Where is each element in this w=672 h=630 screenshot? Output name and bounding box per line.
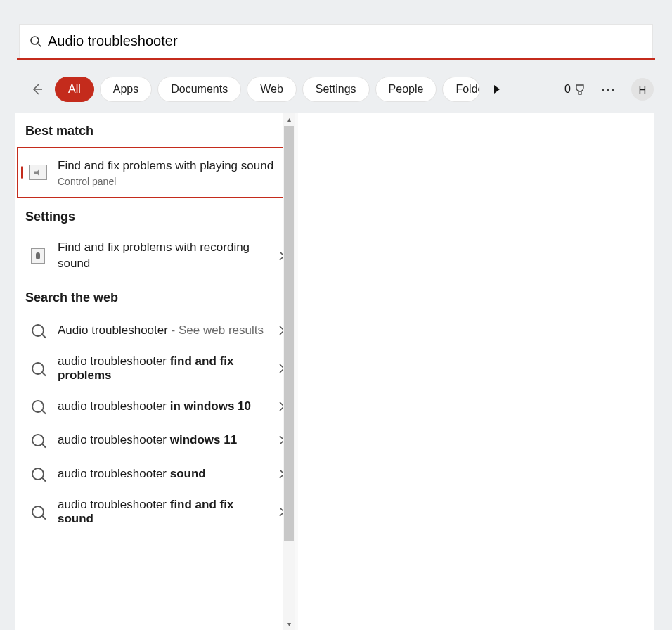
section-search-web: Search the web bbox=[15, 279, 295, 314]
tab-web[interactable]: Web bbox=[247, 77, 297, 102]
tab-folders[interactable]: Folders bbox=[442, 77, 480, 102]
tabs-more-button[interactable] bbox=[486, 77, 508, 102]
web-result[interactable]: Audio troubleshooter - See web results bbox=[15, 314, 295, 347]
best-match-result[interactable]: Find and fix problems with playing sound… bbox=[17, 147, 294, 198]
web-result-prefix: audio troubleshooter bbox=[58, 433, 170, 446]
web-result-bold: sound bbox=[170, 467, 206, 480]
speaker-troubleshoot-icon bbox=[28, 162, 48, 182]
web-result[interactable]: audio troubleshooter find and fix sound bbox=[15, 491, 295, 533]
web-result-grey: - See web results bbox=[168, 323, 264, 337]
web-result-prefix: audio troubleshooter bbox=[58, 498, 170, 511]
section-best-match: Best match bbox=[15, 112, 295, 147]
svg-line-1 bbox=[38, 44, 41, 47]
web-result-bold: in windows 10 bbox=[170, 399, 251, 413]
results-left-pane: Best match Find and fix problems with pl… bbox=[15, 112, 295, 630]
search-icon bbox=[28, 502, 48, 522]
scroll-down-icon[interactable]: ▾ bbox=[283, 617, 295, 630]
search-input[interactable] bbox=[48, 33, 642, 49]
search-icon bbox=[28, 321, 48, 340]
tab-documents[interactable]: Documents bbox=[157, 77, 241, 102]
best-match-title: Find and fix problems with playing sound bbox=[58, 158, 283, 174]
web-result[interactable]: audio troubleshooter find and fix proble… bbox=[15, 347, 295, 390]
rewards-points[interactable]: 0 bbox=[564, 83, 586, 96]
web-result[interactable]: audio troubleshooter windows 11 bbox=[15, 423, 295, 457]
section-settings: Settings bbox=[15, 198, 295, 233]
web-result-prefix: audio troubleshooter bbox=[58, 467, 170, 480]
back-button[interactable] bbox=[25, 77, 49, 101]
search-underline bbox=[17, 58, 655, 60]
scroll-up-icon[interactable]: ▴ bbox=[283, 112, 295, 125]
settings-result[interactable]: Find and fix problems with recording sou… bbox=[15, 233, 295, 279]
search-icon bbox=[28, 430, 48, 450]
web-result-prefix: audio troubleshooter bbox=[58, 399, 170, 413]
web-result[interactable]: audio troubleshooter in windows 10 bbox=[15, 390, 295, 423]
tab-apps[interactable]: Apps bbox=[100, 77, 152, 102]
svg-point-0 bbox=[31, 37, 39, 44]
filter-tabs-row: All Apps Documents Web Settings People F… bbox=[25, 77, 654, 102]
web-result-bold: windows 11 bbox=[170, 433, 237, 446]
points-count: 0 bbox=[564, 83, 571, 96]
more-options-icon: ··· bbox=[601, 82, 616, 97]
tab-people[interactable]: People bbox=[375, 77, 437, 102]
search-icon bbox=[30, 35, 42, 48]
settings-result-title: Find and fix problems with recording sou… bbox=[58, 240, 269, 272]
best-match-subtitle: Control panel bbox=[58, 176, 283, 187]
tab-all[interactable]: All bbox=[55, 77, 94, 102]
search-icon bbox=[28, 397, 48, 416]
web-result[interactable]: audio troubleshooter sound bbox=[15, 457, 295, 491]
search-icon bbox=[28, 359, 48, 378]
user-avatar[interactable]: H bbox=[631, 78, 654, 101]
search-icon bbox=[28, 464, 48, 484]
scroll-thumb[interactable] bbox=[284, 126, 294, 541]
results-container: Best match Find and fix problems with pl… bbox=[15, 112, 654, 630]
scrollbar[interactable]: ▴ ▾ bbox=[283, 112, 295, 630]
web-result-prefix: Audio troubleshooter bbox=[58, 323, 168, 337]
search-bar[interactable] bbox=[19, 24, 653, 58]
text-cursor bbox=[642, 33, 642, 50]
web-result-prefix: audio troubleshooter bbox=[58, 354, 170, 368]
rewards-icon bbox=[574, 83, 586, 96]
tab-settings[interactable]: Settings bbox=[302, 77, 370, 102]
more-options-button[interactable]: ··· bbox=[597, 78, 620, 101]
microphone-troubleshoot-icon bbox=[28, 246, 48, 266]
preview-pane bbox=[295, 112, 654, 630]
